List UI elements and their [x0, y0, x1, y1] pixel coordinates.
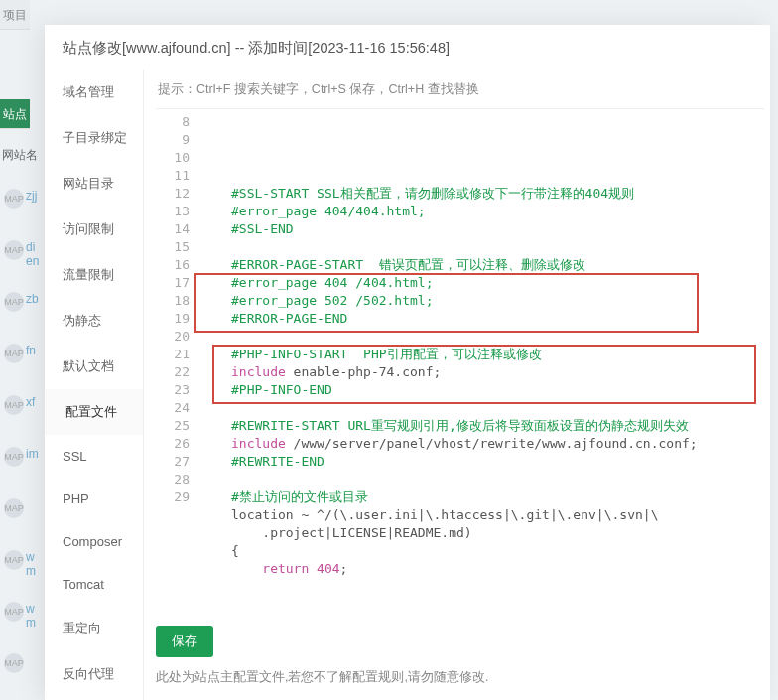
editor-code[interactable]: #SSL-START SSL相关配置，请勿删除或修改下一行带注释的404规则#e…: [199, 109, 764, 614]
waf-badge: MAP: [4, 240, 24, 260]
code-line[interactable]: #REWRITE-END: [199, 453, 764, 471]
line-number: 23: [156, 381, 199, 399]
bg-site-name[interactable]: xf: [26, 395, 35, 409]
bg-site-name[interactable]: fn: [26, 344, 36, 357]
code-line[interactable]: #error_page 404 /404.html;: [199, 274, 764, 292]
site-edit-modal: 站点修改[www.ajfound.cn] -- 添加时间[2023-11-16 …: [45, 25, 770, 700]
code-line[interactable]: #SSL-END: [199, 220, 764, 238]
line-number: 26: [156, 435, 199, 453]
sidebar-item[interactable]: 网站目录: [45, 161, 143, 207]
code-line[interactable]: return 404;: [199, 560, 764, 578]
sidebar-item[interactable]: Composer: [45, 520, 143, 563]
bg-col-site-name: 网站名: [2, 147, 38, 164]
bg-site-name[interactable]: zjj: [26, 189, 37, 203]
code-line[interactable]: [199, 328, 764, 346]
code-line[interactable]: include enable-php-74.conf;: [199, 363, 764, 381]
code-line[interactable]: .project|LICENSE|README.md): [199, 524, 764, 542]
editor-hint: 提示：Ctrl+F 搜索关键字，Ctrl+S 保存，Ctrl+H 查找替换: [156, 70, 764, 108]
code-line[interactable]: [199, 399, 764, 417]
sidebar-item[interactable]: 配置文件: [45, 389, 143, 435]
code-line[interactable]: [199, 238, 764, 256]
save-button[interactable]: 保存: [156, 626, 213, 657]
bg-site-name[interactable]: w m: [26, 550, 36, 578]
line-number: 22: [156, 363, 199, 381]
code-line[interactable]: #PHP-INFO-START PHP引用配置，可以注释或修改: [199, 346, 764, 363]
modal-sidebar: 域名管理子目录绑定网站目录访问限制流量限制伪静态默认文档配置文件SSLPHPCo…: [45, 70, 144, 700]
line-number: 21: [156, 346, 199, 363]
code-line[interactable]: [199, 471, 764, 489]
sidebar-item[interactable]: 访问限制: [45, 207, 143, 252]
bg-site-name[interactable]: im: [26, 447, 39, 461]
waf-badge: MAP: [4, 292, 24, 312]
bg-site-name[interactable]: zb: [26, 292, 39, 306]
line-number: 10: [156, 149, 199, 167]
code-line[interactable]: #禁止访问的文件或目录: [199, 489, 764, 506]
sidebar-item[interactable]: 伪静态: [45, 298, 143, 344]
line-number: 25: [156, 417, 199, 435]
waf-badge: MAP: [4, 344, 24, 363]
modal-title: 站点修改[www.ajfound.cn] -- 添加时间[2023-11-16 …: [45, 25, 770, 70]
waf-badge: MAP: [4, 653, 24, 673]
waf-badge: MAP: [4, 447, 24, 467]
line-number: 17: [156, 274, 199, 292]
waf-badge: MAP: [4, 602, 24, 622]
bg-site-name[interactable]: di en: [26, 240, 39, 268]
code-line[interactable]: #error_page 502 /502.html;: [199, 292, 764, 310]
code-line[interactable]: #REWRITE-START URL重写规则引用,修改后将导致面板设置的伪静态规…: [199, 417, 764, 435]
code-line[interactable]: include /www/server/panel/vhost/rewrite/…: [199, 435, 764, 453]
code-line[interactable]: {: [199, 542, 764, 560]
sidebar-item[interactable]: PHP: [45, 478, 143, 520]
line-number: 27: [156, 453, 199, 471]
sidebar-item[interactable]: 重定向: [45, 606, 143, 651]
waf-badge: MAP: [4, 395, 24, 415]
line-number: 12: [156, 185, 199, 203]
config-editor[interactable]: 8910111213141516171819202122232425262728…: [156, 108, 764, 614]
code-line[interactable]: location ~ ^/(\.user.ini|\.htaccess|\.gi…: [199, 506, 764, 524]
line-number: 18: [156, 292, 199, 310]
code-line[interactable]: #SSL-START SSL相关配置，请勿删除或修改下一行带注释的404规则: [199, 185, 764, 203]
line-number: 16: [156, 256, 199, 274]
code-line[interactable]: #PHP-INFO-END: [199, 381, 764, 399]
sidebar-item[interactable]: 默认文档: [45, 344, 143, 389]
sidebar-item[interactable]: 域名管理: [45, 70, 143, 115]
editor-note: 此处为站点主配置文件,若您不了解配置规则,请勿随意修改.: [156, 665, 764, 700]
sidebar-item[interactable]: 反向代理: [45, 651, 143, 697]
sidebar-item[interactable]: 子目录绑定: [45, 115, 143, 161]
line-number: 9: [156, 131, 199, 149]
code-line[interactable]: #ERROR-PAGE-START 错误页配置，可以注释、删除或修改: [199, 256, 764, 274]
waf-badge: MAP: [4, 189, 24, 209]
sidebar-item[interactable]: Tomcat: [45, 563, 143, 606]
line-number: 28: [156, 471, 199, 489]
line-number: 15: [156, 238, 199, 256]
line-number: 11: [156, 167, 199, 185]
waf-badge: MAP: [4, 498, 24, 518]
bg-tab-projects[interactable]: 项目: [0, 0, 30, 30]
line-number: 20: [156, 328, 199, 346]
line-number: 14: [156, 220, 199, 238]
editor-gutter: 8910111213141516171819202122232425262728…: [156, 109, 199, 614]
sidebar-item[interactable]: SSL: [45, 435, 143, 478]
waf-badge: MAP: [4, 550, 24, 570]
line-number: 29: [156, 489, 199, 506]
bg-tab-sites[interactable]: 站点: [0, 99, 30, 129]
code-line[interactable]: #error_page 404/404.html;: [199, 203, 764, 220]
line-number: 19: [156, 310, 199, 328]
line-number: 13: [156, 203, 199, 220]
bg-site-name[interactable]: w m: [26, 602, 36, 630]
line-number: 24: [156, 399, 199, 417]
line-number: 8: [156, 113, 199, 131]
sidebar-item[interactable]: 流量限制: [45, 252, 143, 298]
code-line[interactable]: #ERROR-PAGE-END: [199, 310, 764, 328]
